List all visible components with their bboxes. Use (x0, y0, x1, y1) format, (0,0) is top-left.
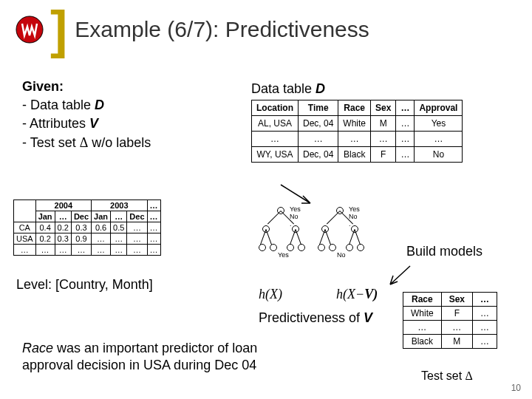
table-row: USA0.20.30.9………… (14, 233, 161, 245)
table-row: WY, USADec, 04BlackF…No (252, 147, 463, 163)
data-table: Location Time Race Sex … Approval AL, US… (251, 100, 463, 163)
conclusion-text: Race was an important predictor of loan … (22, 340, 257, 375)
dtable-h4: … (396, 100, 415, 116)
dtable-h3: Sex (371, 100, 396, 116)
table-row: AL, USADec, 04WhiteM…Yes (252, 116, 463, 132)
table-row: …………………… (14, 245, 161, 256)
predictiveness-label: Predictiveness of V (259, 310, 372, 326)
uw-logo (15, 15, 44, 44)
dtable-h1: Time (299, 100, 338, 116)
level-label: Level: [Country, Month] (16, 277, 153, 293)
test-set-table: RaceSex… WhiteF… ……… BlackM… (403, 292, 497, 349)
given-line2: - Attributes (22, 116, 89, 131)
data-table-header-row: Location Time Race Sex … Approval (252, 100, 463, 116)
dtable-h2: Race (338, 100, 371, 116)
table-row: CA0.40.20.30.60.5…… (14, 222, 161, 233)
table-row: WhiteF… (403, 307, 497, 321)
given-delta: Δ (80, 135, 89, 150)
data-table-title: Data table D (251, 81, 325, 97)
given-D: D (95, 98, 104, 112)
given-block: Given: - Data table D - Attributes V - T… (22, 78, 151, 152)
given-label: Given: (22, 79, 64, 94)
given-line1: - Data table (22, 98, 95, 112)
table-row: BlackM… (403, 335, 497, 349)
dtable-h0: Location (252, 100, 299, 116)
slide-title: Example (6/7): Predictiveness (75, 17, 369, 42)
ltable-month-row: Jan…DecJan…Dec… (14, 211, 161, 222)
hx-label: h(X) (259, 287, 282, 302)
page-number: 10 (511, 383, 521, 393)
slide-header: ] Example (6/7): Predictiveness (0, 0, 532, 59)
table-row: ……………… (252, 132, 463, 147)
given-line3c: w/o labels (88, 135, 151, 150)
test-set-label: Test set Δ (421, 369, 473, 383)
given-V: V (89, 116, 98, 131)
ttable-header-row: RaceSex… (403, 293, 497, 307)
arrow-icon (384, 262, 414, 292)
given-line3a: - Test set (22, 135, 80, 150)
ltable-year-row: 2004 2003 … (14, 200, 161, 211)
dtable-h5: Approval (415, 100, 463, 116)
level-table: 2004 2003 … Jan…DecJan…Dec… CA0.40.20.30… (13, 200, 161, 256)
bracket-decoration: ] (50, 7, 67, 52)
hxv-label: h(X−V) (336, 287, 378, 302)
decision-trees: Yes No . Yes Yes No . No (259, 207, 392, 281)
svg-point-0 (16, 16, 43, 43)
build-models-label: Build models (406, 244, 482, 259)
table-row: ……… (403, 321, 497, 335)
